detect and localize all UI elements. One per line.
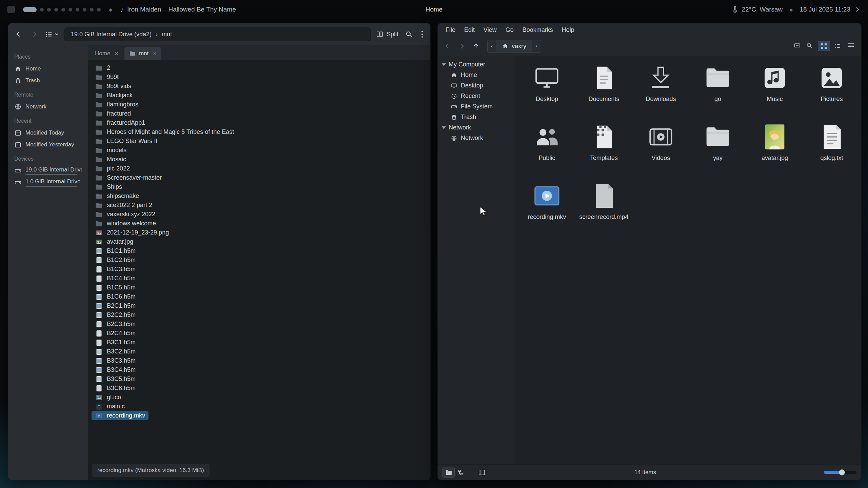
file-row[interactable]: flamingbros [92, 100, 142, 109]
menu-help[interactable]: Help [557, 23, 579, 36]
file-row[interactable]: B1C3.h5m [92, 265, 139, 274]
file-row[interactable]: B3C3.h5m [92, 356, 139, 365]
places-pane-button[interactable] [442, 467, 455, 478]
grid-item-documents[interactable]: Documents [575, 61, 632, 120]
file-row[interactable]: B3C5.h5m [92, 374, 139, 384]
back-button[interactable] [14, 29, 24, 39]
sidebar-item-19-0-gib-internal-drive-v-[interactable]: 19.0 GiB Internal Drive (v... [11, 165, 85, 177]
list-view-button[interactable] [831, 41, 844, 51]
zoom-slider[interactable] [824, 471, 856, 474]
file-row[interactable]: 9b9t [92, 73, 122, 82]
tree-item-network[interactable]: Network [438, 133, 515, 143]
forward-button[interactable] [456, 40, 468, 52]
workspace-dot[interactable] [68, 8, 72, 12]
search-icon[interactable] [404, 29, 414, 39]
menu-edit[interactable]: Edit [460, 23, 479, 36]
workspace-dot[interactable] [54, 8, 58, 12]
file-row[interactable]: Ships [92, 182, 125, 191]
breadcrumb-path[interactable]: mnt [162, 31, 172, 38]
tree-item-trash[interactable]: Trash [438, 112, 515, 122]
breadcrumb-device[interactable]: 19.0 GiB Internal Drive (vda2) [71, 31, 152, 38]
slider-knob[interactable] [839, 469, 845, 475]
forward-button[interactable] [29, 29, 39, 39]
path-prev-button[interactable]: ‹ [487, 40, 496, 53]
grid-item-templates[interactable]: Templates [575, 120, 632, 179]
grid-item-music[interactable]: Music [746, 61, 803, 120]
file-row[interactable]: models [92, 146, 130, 155]
tree-item-desktop[interactable]: Desktop [438, 80, 515, 91]
tree-item-file-system[interactable]: File System [438, 101, 515, 112]
tray-expand-icon[interactable] [854, 6, 861, 13]
file-row[interactable]: LEGO Star Wars II [92, 137, 161, 146]
file-row[interactable]: B1C5.h5m [92, 283, 139, 292]
workspace-dot[interactable] [61, 8, 65, 12]
close-icon[interactable]: × [153, 50, 157, 57]
workspace-dot[interactable] [47, 8, 51, 12]
file-row[interactable]: Mosaic [92, 155, 130, 164]
close-icon[interactable]: × [115, 50, 118, 57]
back-button[interactable] [442, 40, 453, 52]
grid-item-screenrecord-mp4[interactable]: screenrecord.mp4 [575, 179, 632, 238]
icon-view-button[interactable] [818, 41, 830, 51]
split-button[interactable]: Split [376, 30, 398, 38]
side-panel-toggle-button[interactable] [476, 467, 488, 478]
file-row[interactable]: Blackjack [92, 91, 136, 100]
tree-group-my-computer[interactable]: My Computer [438, 59, 515, 70]
file-row[interactable]: B3C1.h5m [92, 338, 139, 347]
file-row[interactable]: B2C1.h5m [92, 301, 139, 310]
file-row[interactable]: fractured [92, 109, 134, 118]
file-row[interactable]: 2 [92, 63, 114, 73]
tree-item-recent[interactable]: Recent [438, 91, 515, 101]
menu-file[interactable]: File [441, 23, 460, 36]
menu-button[interactable] [419, 31, 425, 38]
media-widget[interactable]: ♪ Iron Maiden – Hallowed Be Thy Name [120, 6, 236, 14]
file-row[interactable]: B2C3.h5m [92, 320, 139, 329]
launcher-logo-icon[interactable] [7, 6, 15, 13]
menu-go[interactable]: Go [501, 23, 518, 36]
menu-view[interactable]: View [479, 23, 501, 36]
sidebar-item-network[interactable]: Network [11, 101, 85, 113]
tree-item-home[interactable]: Home [438, 70, 515, 80]
sidebar-item-modified-today[interactable]: Modified Today [11, 127, 85, 139]
file-row[interactable]: gl.ico [92, 393, 124, 402]
file-row[interactable]: windows welcome [92, 219, 159, 228]
grid-item-recording-mkv[interactable]: recording.mkv [518, 179, 575, 238]
sidebar-item-modified-yesterday[interactable]: Modified Yesterday [11, 139, 85, 150]
sidebar-item-trash[interactable]: Trash [11, 75, 85, 86]
path-bar-toggle-icon[interactable] [793, 42, 801, 50]
tree-pane-button[interactable] [455, 467, 467, 478]
file-row[interactable]: B3C4.h5m [92, 365, 139, 374]
grid-item-avatar-jpg[interactable]: avatar.jpg [746, 120, 803, 179]
search-icon[interactable] [806, 42, 813, 50]
expander-triangle-icon[interactable] [442, 63, 446, 66]
file-row[interactable]: B3C2.h5m [92, 347, 139, 356]
file-row[interactable]: pic 2022 [92, 164, 133, 173]
workspace-dot[interactable] [83, 8, 86, 12]
grid-item-qslog-txt[interactable]: qslog.txt [803, 120, 860, 179]
file-row[interactable]: fracturedApp1 [92, 118, 149, 127]
file-row[interactable]: recording.mkv [92, 411, 149, 420]
file-row[interactable]: Heroes of Might and Magic 5 Tribes of th… [92, 127, 237, 137]
file-row[interactable]: 2021-12-19_23-29.png [92, 228, 172, 237]
sidebar-item-1-0-gib-internal-drive-vd-[interactable]: 1.0 GiB Internal Drive (vd... [11, 177, 85, 188]
up-button[interactable] [470, 40, 482, 52]
grid-item-yay[interactable]: yay [689, 120, 746, 179]
grid-item-videos[interactable]: Videos [632, 120, 689, 179]
file-row[interactable]: site2022 2 part 2 [92, 201, 156, 210]
file-row[interactable]: B3C6.h5m [92, 384, 139, 393]
workspace-dot[interactable] [40, 8, 44, 12]
file-row[interactable]: B2C4.h5m [92, 329, 139, 338]
workspace-active-pill[interactable] [23, 7, 37, 12]
location-breadcrumb[interactable]: 19.0 GiB Internal Drive (vda2) › mnt [64, 27, 371, 41]
workspace-dot[interactable] [76, 8, 79, 12]
file-row[interactable]: B1C6.h5m [92, 292, 139, 301]
path-home-button[interactable]: vaxry [496, 40, 532, 53]
grid-item-downloads[interactable]: Downloads [632, 61, 689, 120]
file-row[interactable]: B2C2.h5m [92, 310, 139, 320]
grid-item-desktop[interactable]: Desktop [518, 61, 575, 120]
expander-triangle-icon[interactable] [442, 126, 446, 129]
workspace-dot[interactable] [97, 8, 101, 12]
tab-home[interactable]: Home× [90, 47, 123, 60]
tree-group-network[interactable]: Network [438, 122, 515, 133]
file-row[interactable]: vaxerski.xyz 2022 [92, 210, 159, 219]
